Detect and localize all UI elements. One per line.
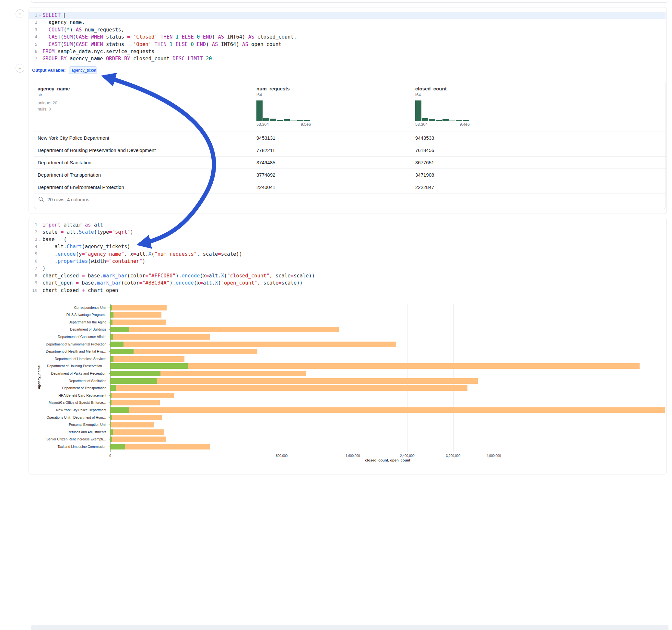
bar-closed-count	[110, 363, 640, 369]
code-line[interactable]: 2scale = alt.Scale(type="sqrt")	[29, 228, 666, 236]
y-tick	[109, 337, 110, 337]
output-variable-chip[interactable]: agency_tickets	[69, 67, 97, 74]
table-row[interactable]: New York City Police Department945313194…	[34, 131, 666, 144]
histogram-bar	[449, 121, 455, 121]
y-tick	[109, 410, 110, 410]
histogram-max-label: 9.5e6	[301, 122, 311, 127]
column-header-closed-count[interactable]: closed_count i64 53,304 9.4e6	[415, 86, 471, 127]
category-label: Department of Sanitation	[32, 379, 106, 383]
search-icon[interactable]	[38, 196, 44, 202]
code-text: base = (	[43, 236, 666, 243]
fold-gutter	[37, 26, 43, 33]
code-line[interactable]: 1import altair as alt	[29, 221, 666, 228]
table-row[interactable]: Department of Transportation377489234719…	[34, 169, 666, 181]
code-text: agency_name,	[43, 19, 666, 26]
histogram-bar	[436, 120, 442, 121]
bar-closed-count	[110, 400, 160, 406]
python-code-editor[interactable]: 1import altair as alt2scale = alt.Scale(…	[29, 221, 666, 294]
category-label: New York City Police Department	[32, 408, 106, 412]
code-line[interactable]: 10chart_closed + chart_open	[29, 287, 666, 294]
sql-code-editor[interactable]: 1⌄SELECT 2 agency_name,3 COUNT(*) AS num…	[29, 12, 666, 63]
bar-closed-count	[110, 415, 162, 420]
histogram-bar	[297, 120, 304, 121]
x-tick-label: 2,400,000	[394, 454, 420, 458]
bar-open-count	[110, 356, 114, 362]
category-label: Department of Transportation	[32, 386, 106, 390]
table-footer: 20 rows, 4 columns	[38, 196, 89, 202]
category-label: Personal Exemption Unit	[32, 422, 106, 427]
code-line[interactable]: 1⌄SELECT	[29, 12, 666, 19]
column-histogram	[257, 100, 312, 121]
code-line[interactable]: 6FROM sample_data.nyc.service_requests	[29, 48, 666, 55]
code-line[interactable]: 3⌄base = (	[29, 236, 666, 243]
histogram-bar	[290, 121, 296, 121]
bar-open-count	[110, 385, 116, 391]
code-line[interactable]: 5 CAST(SUM(CASE WHEN status = 'Open' THE…	[29, 41, 666, 48]
code-text: .properties(width="container")	[43, 258, 666, 265]
line-number: 10	[29, 287, 37, 294]
fold-gutter	[37, 33, 43, 41]
category-label: Department of Health and Mental Hyg…	[32, 349, 106, 353]
output-variable-label: Output variable:	[32, 68, 66, 73]
y-tick	[109, 425, 110, 425]
notebook-page: + + 1⌄SELECT 2 agency_name,3 COUNT(*) AS…	[0, 0, 672, 630]
category-label: Department of Environmental Protection	[32, 342, 106, 346]
code-line[interactable]: 3 COUNT(*) AS num_requests,	[29, 26, 666, 33]
histogram-range-labels: 53,304 9.5e6	[257, 122, 311, 127]
table-row[interactable]: Department of Environmental Protection22…	[34, 181, 666, 193]
table-cell: Department of Transportation	[38, 169, 245, 181]
bar-open-count	[110, 437, 112, 442]
column-unique-count: unique: 20	[38, 100, 70, 105]
code-line[interactable]: 2 agency_name,	[29, 19, 666, 26]
code-line[interactable]: 8chart_closed = base.mark_bar(color="#FF…	[29, 272, 666, 280]
table-cell: 7782211	[257, 144, 380, 156]
bar-open-count	[110, 400, 112, 406]
code-text: scale = alt.Scale(type="sqrt")	[43, 228, 666, 236]
code-text: alt.Chart(agency_tickets)	[43, 243, 666, 250]
bar-open-count	[110, 407, 129, 413]
category-label: Department of Housing Preservation …	[32, 364, 106, 368]
bar-closed-count	[110, 437, 166, 442]
histogram-min-label: 53,304	[415, 122, 428, 127]
column-header-num-requests[interactable]: num_requests i64 53,304 9.5e6	[257, 86, 312, 127]
histogram-bar	[277, 120, 283, 121]
code-line[interactable]: 7)	[29, 265, 666, 272]
histogram-min-label: 53,304	[257, 122, 269, 127]
table-row[interactable]: Department of Sanitation37494853677651	[34, 156, 666, 169]
code-text: .encode(y="agency_name", x=alt.X("num_re…	[43, 250, 666, 258]
code-line[interactable]: 4 CAST(SUM(CASE WHEN status = 'Closed' T…	[29, 33, 666, 41]
results-table: agency_name str unique: 20 nulls: 0 num_…	[34, 82, 666, 209]
column-histogram	[415, 100, 471, 121]
line-number: 7	[29, 265, 37, 272]
code-line[interactable]: 9chart_open = base.mark_bar(color="#8BC3…	[29, 280, 666, 287]
category-label: Taxi and Limousine Commission	[32, 445, 106, 449]
category-label: Department of Consumer Affairs	[32, 335, 106, 339]
code-line[interactable]: 4 alt.Chart(agency_tickets)	[29, 243, 666, 250]
bar-open-count	[110, 444, 125, 450]
category-label: Correspondence Unit	[32, 306, 106, 310]
add-cell-button-output[interactable]: +	[16, 64, 24, 73]
code-line[interactable]: 6 .properties(width="container")	[29, 258, 666, 265]
y-tick	[109, 308, 110, 308]
histogram-bar	[284, 119, 290, 121]
next-cell-edge	[31, 625, 668, 630]
code-line[interactable]: 5 .encode(y="agency_name", x=alt.X("num_…	[29, 250, 666, 258]
fold-chevron-icon[interactable]: ⌄	[37, 236, 43, 243]
gridline	[494, 304, 494, 452]
line-number: 1	[29, 12, 37, 19]
fold-chevron-icon[interactable]: ⌄	[37, 12, 43, 19]
table-body: New York City Police Department945313194…	[34, 131, 666, 193]
add-cell-button-top[interactable]: +	[16, 9, 24, 18]
table-cell: New York City Police Department	[38, 132, 245, 144]
category-label: DHS Advantage Programs	[32, 313, 106, 317]
column-name: closed_count	[415, 86, 471, 91]
column-header-agency-name[interactable]: agency_name str unique: 20 nulls: 0	[38, 86, 70, 112]
table-row[interactable]: Department of Housing Preservation and D…	[34, 144, 666, 156]
histogram-bar	[422, 118, 428, 121]
histogram-bar	[263, 118, 269, 121]
code-line[interactable]: 7GROUP BY agency_name ORDER BY closed_co…	[29, 55, 666, 62]
bar-open-count	[110, 422, 111, 428]
y-tick	[109, 315, 110, 315]
y-tick	[109, 439, 110, 439]
category-label: HRA Benefit Card Replacement	[32, 393, 106, 397]
